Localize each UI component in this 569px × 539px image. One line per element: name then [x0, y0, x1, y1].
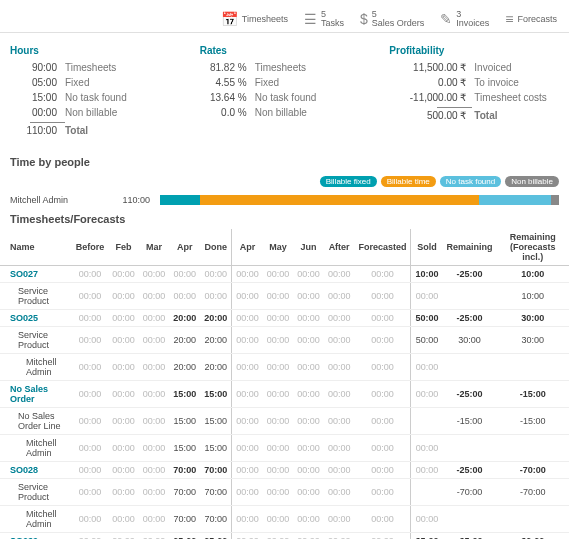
table-row: SO02700:0000:0000:0000:0000:0000:0000:00… [0, 266, 569, 283]
row-name: Mitchell Admin [0, 354, 72, 381]
table-row: No Sales Order00:0000:0000:0015:0015:000… [0, 381, 569, 408]
table-body: SO02700:0000:0000:0000:0000:0000:0000:00… [0, 266, 569, 540]
table-row: Service Product00:0000:0000:0020:0020:00… [0, 327, 569, 354]
cell: 15:00 [200, 435, 232, 462]
cell: 00:00 [232, 283, 263, 310]
cell: 00:00 [108, 283, 139, 310]
cell: 00:00 [263, 283, 294, 310]
cell: 00:00 [354, 479, 411, 506]
prof-title: Profitability [389, 45, 559, 56]
cell: 00:00 [108, 354, 139, 381]
col-header: Before [72, 229, 109, 266]
cell: 00:00 [324, 381, 355, 408]
tab-tasks[interactable]: ☰5Tasks [296, 6, 352, 32]
cell: 00:00 [263, 462, 294, 479]
tf-title: Timesheets/Forecasts [0, 209, 569, 229]
cell: 00:00 [232, 435, 263, 462]
cell: 00:00 [232, 408, 263, 435]
cell: 00:00 [354, 266, 411, 283]
hours-total-v: 110:00 [10, 125, 65, 136]
cell: 00:00 [139, 310, 170, 327]
stat-tabs: 📅Timesheets☰5Tasks$5Sales Orders✎3Invoic… [0, 0, 569, 33]
row-name: Mitchell Admin [0, 435, 72, 462]
cell: 00:00 [354, 327, 411, 354]
cell: 00:00 [411, 354, 443, 381]
prof-total-l: Total [474, 110, 559, 121]
tab-sales-orders[interactable]: $5Sales Orders [352, 6, 432, 32]
cell: 00:00 [263, 408, 294, 435]
time-by-people-title: Time by people [0, 152, 569, 172]
cell: 00:00 [354, 462, 411, 479]
prof-total-v: 500.00 ₹ [389, 110, 474, 121]
cell: -25:00 [442, 266, 496, 283]
cell: 15:00 [169, 408, 200, 435]
col-header: Done [200, 229, 232, 266]
tab-timesheets[interactable]: 📅Timesheets [213, 6, 296, 32]
cell: -25:00 [442, 533, 496, 540]
cell: 00:00 [232, 327, 263, 354]
cell: 00:00 [139, 533, 170, 540]
col-header: Name [0, 229, 72, 266]
row-name[interactable]: SO029 [0, 533, 72, 540]
row-name[interactable]: No Sales Order [0, 381, 72, 408]
cell: 70:00 [200, 506, 232, 533]
cell: 00:00 [263, 381, 294, 408]
col-header: Forecasted [354, 229, 411, 266]
row-name[interactable]: SO025 [0, 310, 72, 327]
cell: 70:00 [169, 506, 200, 533]
cell: 15:00 [169, 435, 200, 462]
summary-row: 00:00Non billable [10, 107, 180, 118]
cell: 00:00 [263, 354, 294, 381]
cell: 00:00 [354, 381, 411, 408]
tab-forecasts[interactable]: ≡Forecasts [497, 6, 565, 32]
cell: 00:00 [108, 479, 139, 506]
cell: 00:00 [108, 462, 139, 479]
cell: -70:00 [496, 462, 569, 479]
cell: 00:00 [108, 435, 139, 462]
cell: 00:00 [293, 408, 324, 435]
cell: 10:00 [496, 283, 569, 310]
cell: -15:00 [496, 381, 569, 408]
prof-total-rule [437, 107, 472, 108]
col-header: Apr [232, 229, 263, 266]
cell: 00:00 [263, 479, 294, 506]
rates-title: Rates [200, 45, 370, 56]
bar-segment [479, 195, 551, 205]
cell: 30:00 [442, 327, 496, 354]
cell: 00:00 [411, 462, 443, 479]
cell: 20:00 [200, 354, 232, 381]
cell: -15:00 [442, 408, 496, 435]
cell: 00:00 [72, 381, 109, 408]
invoices-icon: ✎ [440, 11, 452, 27]
person-value: 110:00 [100, 195, 150, 205]
cell: 00:00 [324, 266, 355, 283]
hours-total-rule [30, 122, 65, 123]
table-row: Mitchell Admin00:0000:0000:0015:0015:000… [0, 435, 569, 462]
row-name[interactable]: SO028 [0, 462, 72, 479]
cell: 20:00 [200, 327, 232, 354]
row-name[interactable]: SO027 [0, 266, 72, 283]
cell: 00:00 [354, 408, 411, 435]
col-header: Remaining [442, 229, 496, 266]
cell: 05:00 [200, 533, 232, 540]
cell: 25:00 [411, 533, 443, 540]
cell: 70:00 [169, 462, 200, 479]
cell: -25:00 [442, 462, 496, 479]
cell: 00:00 [293, 266, 324, 283]
cell: -70:00 [442, 479, 496, 506]
cell: 00:00 [354, 506, 411, 533]
row-name: Service Product [0, 283, 72, 310]
cell: 00:00 [324, 283, 355, 310]
person-bar [160, 195, 559, 205]
col-header: Remaining (Forecasts incl.) [496, 229, 569, 266]
cell: 00:00 [324, 533, 355, 540]
col-header: Jun [293, 229, 324, 266]
cell: 30:00 [496, 327, 569, 354]
summary-row: 4.55 %Fixed [200, 77, 370, 88]
cell: 00:00 [411, 506, 443, 533]
cell: 00:00 [72, 533, 109, 540]
table-row: Mitchell Admin00:0000:0000:0070:0070:000… [0, 506, 569, 533]
tab-invoices[interactable]: ✎3Invoices [432, 6, 497, 32]
tasks-icon: ☰ [304, 11, 317, 27]
cell: 00:00 [354, 283, 411, 310]
